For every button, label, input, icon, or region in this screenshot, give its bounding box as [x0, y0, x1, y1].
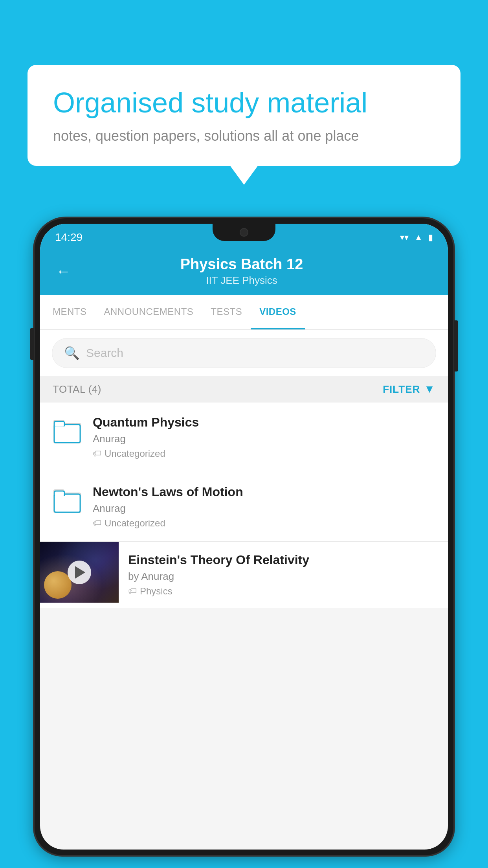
- signal-icon: ▲: [414, 232, 423, 243]
- content-list: Quantum Physics Anurag 🏷 Uncategorized: [40, 403, 448, 608]
- tag-icon: 🏷: [128, 586, 137, 596]
- wifi-icon: ▾▾: [400, 232, 409, 243]
- status-time: 14:29: [55, 231, 83, 244]
- header-title-group: Physics Batch 12 IIT JEE Physics: [83, 256, 401, 287]
- tag-icon: 🏷: [93, 449, 101, 459]
- app-header: ← Physics Batch 12 IIT JEE Physics: [40, 248, 448, 295]
- search-input[interactable]: Search: [86, 346, 123, 360]
- tab-ments[interactable]: MENTS: [44, 295, 95, 329]
- filter-button[interactable]: FILTER ▼: [383, 383, 435, 395]
- tag-label: Uncategorized: [105, 448, 165, 459]
- item-author: Anurag: [93, 502, 436, 515]
- status-icons: ▾▾ ▲ ▮: [400, 232, 433, 243]
- speech-bubble-subtext: notes, question papers, solutions all at…: [53, 128, 435, 144]
- list-item[interactable]: Quantum Physics Anurag 🏷 Uncategorized: [40, 403, 448, 472]
- svg-rect-3: [54, 421, 64, 427]
- tag-label: Uncategorized: [105, 518, 165, 529]
- back-button[interactable]: ←: [56, 263, 71, 280]
- list-item-video[interactable]: Einstein's Theory Of Relativity by Anura…: [40, 542, 448, 608]
- item-tag: 🏷 Uncategorized: [93, 448, 436, 459]
- item-title: Quantum Physics: [93, 415, 436, 430]
- phone-frame: 14:29 ▾▾ ▲ ▮ ← Physics Batch 12 IIT JEE …: [35, 218, 453, 855]
- svg-rect-2: [54, 425, 80, 443]
- item-title: Newton's Laws of Motion: [93, 485, 436, 499]
- video-title: Einstein's Theory Of Relativity: [128, 553, 438, 567]
- header-title: Physics Batch 12: [83, 256, 401, 273]
- speech-bubble-container: Organised study material notes, question…: [28, 65, 460, 166]
- speech-bubble: Organised study material notes, question…: [28, 65, 460, 166]
- play-button[interactable]: [68, 561, 91, 584]
- speech-bubble-heading: Organised study material: [53, 86, 435, 119]
- tab-announcements[interactable]: ANNOUNCEMENTS: [95, 295, 202, 329]
- battery-icon: ▮: [428, 232, 433, 243]
- folder-svg: [53, 488, 82, 513]
- list-item[interactable]: Newton's Laws of Motion Anurag 🏷 Uncateg…: [40, 472, 448, 542]
- filter-funnel-icon: ▼: [424, 383, 435, 395]
- phone-container: 14:29 ▾▾ ▲ ▮ ← Physics Batch 12 IIT JEE …: [35, 218, 453, 868]
- item-info: Quantum Physics Anurag 🏷 Uncategorized: [93, 415, 436, 459]
- phone-screen: 14:29 ▾▾ ▲ ▮ ← Physics Batch 12 IIT JEE …: [40, 224, 448, 850]
- video-tag: 🏷 Physics: [128, 586, 438, 597]
- phone-notch: [213, 224, 275, 241]
- tag-label: Physics: [140, 586, 172, 597]
- filter-bar: TOTAL (4) FILTER ▼: [40, 376, 448, 403]
- video-info: Einstein's Theory Of Relativity by Anura…: [119, 542, 448, 608]
- item-folder-icon: [52, 415, 83, 447]
- search-icon: 🔍: [64, 346, 80, 360]
- folder-svg: [53, 418, 82, 444]
- item-info: Newton's Laws of Motion Anurag 🏷 Uncateg…: [93, 485, 436, 529]
- svg-rect-6: [54, 494, 80, 512]
- header-subtitle: IIT JEE Physics: [83, 274, 401, 287]
- item-author: Anurag: [93, 433, 436, 445]
- tab-tests[interactable]: TESTS: [202, 295, 251, 329]
- tag-icon: 🏷: [93, 518, 101, 528]
- search-bar[interactable]: 🔍 Search: [52, 338, 436, 368]
- tabs-bar: MENTS ANNOUNCEMENTS TESTS VIDEOS: [40, 295, 448, 330]
- camera-dot: [240, 228, 248, 237]
- planet-shape: [44, 571, 72, 599]
- video-thumbnail: [40, 542, 119, 603]
- video-author: by Anurag: [128, 570, 438, 583]
- item-folder-icon: [52, 485, 83, 516]
- svg-rect-7: [54, 491, 64, 497]
- tab-videos[interactable]: VIDEOS: [251, 295, 305, 329]
- play-triangle-icon: [75, 566, 85, 579]
- total-count: TOTAL (4): [53, 383, 101, 395]
- filter-label: FILTER: [383, 383, 420, 395]
- search-bar-container: 🔍 Search: [40, 330, 448, 376]
- item-tag: 🏷 Uncategorized: [93, 518, 436, 529]
